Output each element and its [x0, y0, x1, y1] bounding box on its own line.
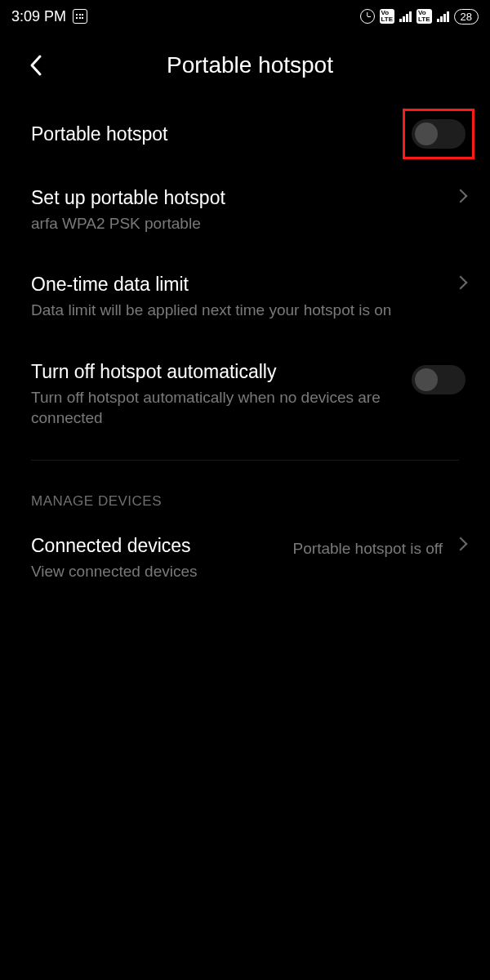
- auto-off-title: Turn off hotspot automatically: [31, 360, 399, 384]
- auto-off-subtitle: Turn off hotspot automatically when no d…: [31, 387, 399, 429]
- setup-title: Set up portable hotspot: [31, 186, 443, 210]
- highlight-box: [403, 109, 474, 159]
- battery-indicator: 28: [454, 9, 479, 24]
- connected-subtitle: View connected devices: [31, 561, 280, 582]
- connected-title: Connected devices: [31, 534, 280, 558]
- status-right: VoLTE VoLTE 28: [360, 9, 479, 24]
- clock: 3:09 PM: [11, 8, 66, 25]
- row-data-limit[interactable]: One-time data limit Data limit will be a…: [0, 256, 490, 343]
- auto-off-toggle[interactable]: [412, 365, 466, 394]
- chevron-right-icon: [454, 276, 468, 290]
- status-left: 3:09 PM: [11, 8, 87, 25]
- portable-hotspot-toggle[interactable]: [412, 119, 466, 149]
- alarm-icon: [360, 9, 375, 24]
- signal-icon-1: [399, 11, 412, 22]
- volte-icon-2: VoLTE: [416, 9, 432, 24]
- toggle-knob: [415, 122, 438, 145]
- data-limit-title: One-time data limit: [31, 273, 443, 296]
- toggle-knob: [415, 368, 438, 391]
- keyboard-icon: [73, 9, 87, 24]
- signal-icon-2: [437, 11, 449, 22]
- row-auto-off[interactable]: Turn off hotspot automatically Turn off …: [0, 344, 490, 452]
- row-setup-hotspot[interactable]: Set up portable hotspot arfa WPA2 PSK po…: [0, 170, 490, 256]
- row-portable-hotspot[interactable]: Portable hotspot: [0, 98, 490, 170]
- chevron-right-icon: [454, 537, 468, 550]
- volte-icon-1: VoLTE: [380, 9, 395, 24]
- chevron-right-icon: [454, 189, 468, 203]
- connected-value: Portable hotspot is off: [293, 539, 443, 559]
- page-title: Portable hotspot: [24, 52, 475, 78]
- row-connected-devices[interactable]: Connected devices View connected devices…: [0, 518, 490, 604]
- section-manage-devices: MANAGE DEVICES: [0, 461, 490, 518]
- status-bar: 3:09 PM VoLTE VoLTE 28: [0, 0, 490, 33]
- portable-hotspot-label: Portable hotspot: [31, 122, 399, 146]
- page-header: Portable hotspot: [0, 33, 490, 98]
- data-limit-subtitle: Data limit will be applied next time you…: [31, 300, 443, 321]
- setup-subtitle: arfa WPA2 PSK portable: [31, 213, 443, 234]
